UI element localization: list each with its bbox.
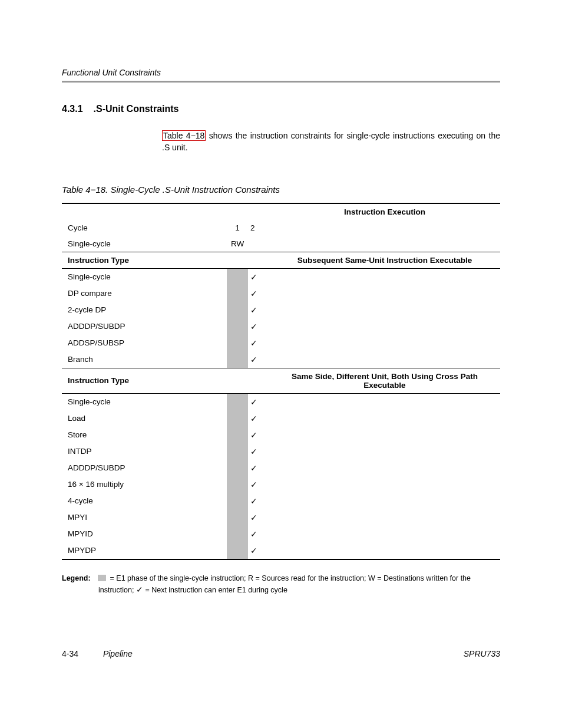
- shaded-cell: [227, 268, 248, 285]
- table-row: ADDDP/SUBDP✓: [62, 460, 500, 476]
- check-icon: ✓: [248, 509, 269, 526]
- shaded-cell: [227, 410, 248, 427]
- check-icon: ✓: [248, 351, 269, 368]
- shaded-cell: [227, 335, 248, 351]
- legend-swatch-icon: [98, 575, 106, 581]
- check-icon: ✓: [248, 443, 269, 460]
- header-instruction-type-1: Instruction Type: [62, 252, 227, 268]
- legend-label: Legend:: [62, 574, 91, 582]
- table-row: 4-cycle✓: [62, 493, 500, 509]
- page-number: 4-34: [62, 649, 78, 658]
- table-reference-link[interactable]: Table 4−18: [162, 130, 206, 141]
- document-number: SPRU733: [464, 649, 500, 658]
- row-label: ADDDP/SUBDP: [62, 318, 227, 335]
- row-label-single-cycle: Single-cycle: [62, 236, 227, 252]
- head-rule: [62, 81, 500, 83]
- check-icon: ✓: [248, 268, 269, 285]
- intro-paragraph: Table 4−18 shows the instruction constra…: [162, 130, 500, 154]
- shaded-cell: [227, 427, 248, 443]
- check-icon: ✓: [248, 460, 269, 476]
- header-cross-path: Same Side, Different Unit, Both Using Cr…: [269, 368, 500, 393]
- shaded-cell: [227, 318, 248, 335]
- shaded-cell: [227, 302, 248, 318]
- shaded-cell: [227, 509, 248, 526]
- row-label: 16 × 16 multiply: [62, 476, 227, 493]
- legend-text-2b: = Next instruction can enter E1 during c…: [143, 586, 287, 594]
- check-icon: ✓: [248, 285, 269, 302]
- check-icon: ✓: [248, 427, 269, 443]
- chapter-name: Pipeline: [103, 649, 133, 658]
- row-label: INTDP: [62, 443, 227, 460]
- header-instruction-type-2: Instruction Type: [62, 368, 227, 393]
- header-instruction-execution: Instruction Execution: [269, 203, 500, 220]
- check-icon: ✓: [248, 393, 269, 410]
- section-title: .S-Unit Constraints: [94, 104, 179, 114]
- row-label: 2-cycle DP: [62, 302, 227, 318]
- table-caption: Table 4−18. Single-Cycle .S-Unit Instruc…: [62, 185, 500, 195]
- table-row: INTDP✓: [62, 443, 500, 460]
- table-row: ADDSP/SUBSP✓: [62, 335, 500, 351]
- row-label: MPYDP: [62, 542, 227, 559]
- check-icon: ✓: [248, 302, 269, 318]
- shaded-cell: [227, 393, 248, 410]
- table-row: DP compare✓: [62, 285, 500, 302]
- table-row: Load✓: [62, 410, 500, 427]
- row-label: Single-cycle: [62, 393, 227, 410]
- row-label: Branch: [62, 351, 227, 368]
- row-label-cycle: Cycle: [62, 220, 227, 236]
- check-icon: ✓: [248, 542, 269, 559]
- legend: Legend: = E1 phase of the single-cycle i…: [62, 573, 500, 595]
- row-label: Single-cycle: [62, 268, 227, 285]
- row-label: Store: [62, 427, 227, 443]
- row-label: MPYID: [62, 526, 227, 542]
- row-label: Load: [62, 410, 227, 427]
- row-label: 4-cycle: [62, 493, 227, 509]
- table-row: Single-cycle✓: [62, 393, 500, 410]
- row-label: ADDDP/SUBDP: [62, 460, 227, 476]
- header-subsequent: Subsequent Same-Unit Instruction Executa…: [269, 252, 500, 268]
- constraints-table: Instruction Execution Cycle 1 2 Single-c…: [62, 203, 500, 560]
- table-row: MPYID✓: [62, 526, 500, 542]
- table-row: Single-cycle✓: [62, 268, 500, 285]
- shaded-cell: [227, 493, 248, 509]
- page: Functional Unit Constraints 4.3.1.S-Unit…: [0, 0, 562, 728]
- check-icon: ✓: [136, 585, 143, 594]
- table-row: Branch✓: [62, 351, 500, 368]
- shaded-cell: [227, 443, 248, 460]
- cycle-1: 1: [227, 220, 248, 236]
- cycle-2: 2: [248, 220, 269, 236]
- shaded-cell: [227, 526, 248, 542]
- check-icon: ✓: [248, 476, 269, 493]
- table-row: ADDDP/SUBDP✓: [62, 318, 500, 335]
- check-icon: ✓: [248, 493, 269, 509]
- row-label: DP compare: [62, 285, 227, 302]
- check-icon: ✓: [248, 318, 269, 335]
- intro-text: shows the instruction constraints for si…: [162, 131, 500, 152]
- check-icon: ✓: [248, 335, 269, 351]
- row-label: MPYI: [62, 509, 227, 526]
- table-row: MPYDP✓: [62, 542, 500, 559]
- section-heading: 4.3.1.S-Unit Constraints: [62, 104, 500, 114]
- shaded-cell: [227, 460, 248, 476]
- legend-text-1: = E1 phase of the single-cycle instructi…: [108, 574, 471, 582]
- shaded-cell: [227, 542, 248, 559]
- shaded-cell: [227, 351, 248, 368]
- section-number: 4.3.1: [62, 104, 83, 114]
- rw-cell: RW: [227, 236, 248, 252]
- page-footer: 4-34 Pipeline SPRU733: [62, 649, 500, 658]
- table-row: 16 × 16 multiply✓: [62, 476, 500, 493]
- check-icon: ✓: [248, 526, 269, 542]
- check-icon: ✓: [248, 410, 269, 427]
- table-row: MPYI✓: [62, 509, 500, 526]
- shaded-cell: [227, 476, 248, 493]
- legend-text-2a: instruction;: [98, 586, 136, 594]
- shaded-cell: [227, 285, 248, 302]
- table-row: Store✓: [62, 427, 500, 443]
- running-head: Functional Unit Constraints: [62, 68, 500, 77]
- row-label: ADDSP/SUBSP: [62, 335, 227, 351]
- table-row: 2-cycle DP✓: [62, 302, 500, 318]
